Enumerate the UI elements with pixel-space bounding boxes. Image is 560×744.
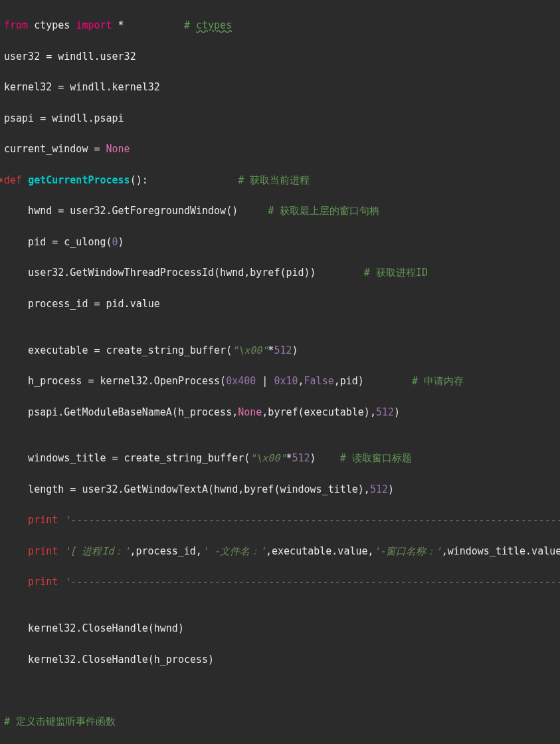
code-line: print '[ 进程Id：',process_id,' -文件名：',exec… (4, 544, 556, 559)
code-line: pid = c_ulong(0) (4, 235, 556, 250)
code-line: def getCurrentProcess(): # 获取当前进程 (4, 173, 556, 188)
code-line: from ctypes import * # ctypes (4, 18, 556, 33)
keyword-def: def (4, 174, 22, 186)
code-line: # 定义击键监听事件函数 (4, 714, 556, 729)
comment: # 获取当前进程 (238, 174, 310, 186)
code-line: kernel32.CloseHandle(hwnd) (4, 621, 556, 636)
code-editor-view: from ctypes import * # ctypes user32 = w… (0, 0, 560, 744)
code-line: print '---------------------------------… (4, 513, 556, 528)
code-line: process_id = pid.value (4, 297, 556, 312)
code-line: psapi = windll.psapi (4, 111, 556, 126)
code-line: executable = create_string_buffer("\x00"… (4, 343, 556, 358)
comment: # 获取进程ID (364, 267, 428, 279)
code-line: psapi.GetModuleBaseNameA(h_process,None,… (4, 405, 556, 420)
code-line: length = user32.GetWindowTextA(hwnd,byre… (4, 482, 556, 497)
comment: # 获取最上层的窗口句柄 (268, 205, 379, 217)
keyword-print: print (4, 514, 58, 526)
code-line: kernel32.CloseHandle(h_process) (4, 652, 556, 668)
keyword-print: print (4, 576, 58, 588)
code-line: kernel32 = windll.kernel32 (4, 80, 556, 95)
comment: # 定义击键监听事件函数 (4, 715, 116, 727)
comment: # 读取窗口标题 (340, 452, 412, 464)
code-line: h_process = kernel32.OpenProcess(0x400 |… (4, 374, 556, 389)
code-line: user32.GetWindowThreadProcessId(hwnd,byr… (4, 265, 556, 281)
keyword-from: from (4, 19, 28, 31)
code-line: print '---------------------------------… (4, 574, 556, 590)
code-line: user32 = windll.user32 (4, 49, 556, 64)
function-name: getCurrentProcess (28, 174, 130, 186)
module-name: ctypes (34, 19, 70, 31)
comment: # 申请内存 (412, 375, 464, 387)
comment: # ctypes (184, 19, 232, 31)
keyword-import: import (76, 19, 112, 31)
code-line: windows_title = create_string_buffer("\x… (4, 451, 556, 466)
code-line: current_window = None (4, 142, 556, 157)
code-line: hwnd = user32.GetForegroundWindow() # 获取… (4, 203, 556, 219)
keyword-print: print (4, 545, 58, 557)
gutter-marker-icon (0, 178, 3, 182)
